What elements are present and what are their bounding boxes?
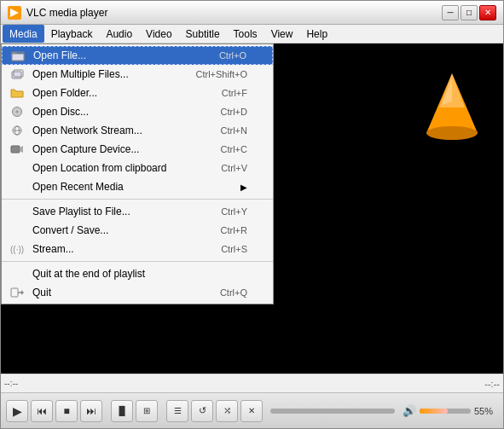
convert-label: Convert / Save... — [32, 224, 221, 236]
svg-marker-16 — [20, 146, 23, 153]
playlist-button[interactable]: ☰ — [166, 400, 188, 422]
menu-item-audio[interactable]: Audio — [99, 25, 139, 43]
save-playlist-shortcut: Ctrl+Y — [221, 206, 247, 217]
menu-stream[interactable]: ((·)) Stream... Ctrl+S — [2, 240, 273, 258]
menu-item-video[interactable]: Video — [139, 25, 178, 43]
open-multiple-icon — [9, 67, 26, 81]
menu-convert[interactable]: Convert / Save... Ctrl+R — [2, 221, 273, 240]
media-dropdown-menu: Open File... Ctrl+O Open Multiple Files.… — [1, 43, 274, 304]
chapters-button[interactable]: ⊞ — [136, 400, 158, 422]
volume-label: 55% — [474, 406, 498, 416]
convert-icon — [9, 223, 26, 237]
save-playlist-label: Save Playlist to File... — [32, 206, 221, 217]
volume-area: 🔊 55% — [403, 404, 498, 417]
open-file-shortcut: Ctrl+O — [219, 50, 246, 61]
menu-item-subtitle[interactable]: Subtitle — [179, 25, 227, 43]
volume-slider[interactable] — [420, 409, 471, 414]
prev-button[interactable]: ⏮ — [31, 400, 53, 422]
window-title: VLC media player — [26, 7, 442, 19]
open-location-shortcut: Ctrl+V — [221, 163, 247, 173]
main-content: Open File... Ctrl+O Open Multiple Files.… — [1, 43, 503, 374]
quit-label: Quit — [32, 287, 220, 299]
open-capture-icon — [9, 142, 26, 156]
open-network-shortcut: Ctrl+N — [221, 125, 247, 136]
open-location-label: Open Location from clipboard — [32, 162, 221, 174]
open-recent-icon — [9, 180, 26, 194]
maximize-button[interactable]: □ — [461, 5, 478, 20]
minimize-button[interactable]: ─ — [442, 5, 459, 20]
separator-2 — [2, 261, 273, 262]
frame-by-frame-button[interactable]: ▐▌ — [111, 400, 133, 422]
open-folder-shortcut: Ctrl+F — [222, 88, 247, 98]
svg-marker-0 — [10, 9, 19, 17]
menu-open-capture[interactable]: Open Capture Device... Ctrl+C — [2, 140, 273, 159]
stream-shortcut: Ctrl+S — [221, 244, 247, 254]
menu-item-media[interactable]: Media — [3, 25, 44, 43]
stop-button[interactable]: ■ — [55, 400, 78, 422]
svg-text:((·)): ((·)) — [10, 245, 24, 254]
status-bar: --:-- --:-- — [1, 374, 503, 392]
status-right: --:-- — [484, 379, 500, 389]
convert-shortcut: Ctrl+R — [221, 225, 247, 235]
open-network-icon — [9, 124, 26, 137]
volume-fill — [420, 409, 448, 414]
menu-open-multiple[interactable]: Open Multiple Files... Ctrl+Shift+O — [2, 65, 273, 84]
dropdown-overlay[interactable]: Open File... Ctrl+O Open Multiple Files.… — [1, 43, 503, 374]
stream-label: Stream... — [32, 243, 221, 255]
shuffle-button[interactable]: ⤮ — [216, 400, 238, 422]
open-multiple-shortcut: Ctrl+Shift+O — [195, 69, 247, 79]
progress-area — [270, 409, 395, 414]
quit-icon — [9, 286, 26, 299]
menu-open-disc[interactable]: Open Disc... Ctrl+D — [2, 102, 273, 121]
menu-open-file[interactable]: Open File... Ctrl+O — [2, 46, 273, 65]
open-network-label: Open Network Stream... — [32, 125, 221, 136]
controls-bar: ▶ ⏮ ■ ⏭ ▐▌ ⊞ ☰ ↺ ⤮ ✕ 🔊 55% — [1, 392, 503, 428]
open-folder-label: Open Folder... — [32, 87, 222, 99]
menu-quit[interactable]: Quit Ctrl+Q — [2, 283, 273, 302]
menu-item-playback[interactable]: Playback — [44, 25, 100, 43]
menu-open-folder[interactable]: Open Folder... Ctrl+F — [2, 84, 273, 102]
menu-bar: Media Playback Audio Video Subtitle Tool… — [1, 25, 503, 43]
title-bar: VLC media player ─ □ ✕ — [1, 1, 503, 25]
app-icon — [8, 6, 21, 20]
vlc-window: VLC media player ─ □ ✕ Media Playback Au… — [0, 0, 504, 429]
quit-end-label: Quit at the end of playlist — [32, 268, 247, 280]
open-capture-shortcut: Ctrl+C — [221, 144, 247, 154]
svg-rect-18 — [11, 288, 18, 297]
separator-1 — [2, 199, 273, 200]
stop-extended-button[interactable]: ✕ — [240, 400, 263, 422]
next-button[interactable]: ⏭ — [80, 400, 102, 422]
quit-end-icon — [9, 267, 26, 281]
svg-marker-20 — [21, 290, 24, 295]
status-left: --:-- — [4, 379, 18, 388]
menu-open-location[interactable]: Open Location from clipboard Ctrl+V — [2, 159, 273, 177]
svg-rect-15 — [11, 146, 20, 153]
open-disc-icon — [9, 105, 26, 119]
open-capture-label: Open Capture Device... — [32, 143, 221, 155]
svg-rect-7 — [12, 54, 24, 61]
volume-icon: 🔊 — [403, 404, 416, 417]
open-file-icon — [9, 49, 26, 62]
window-controls: ─ □ ✕ — [442, 5, 496, 20]
svg-point-11 — [16, 111, 19, 113]
menu-quit-end[interactable]: Quit at the end of playlist — [2, 264, 273, 283]
menu-item-view[interactable]: View — [264, 25, 300, 43]
open-recent-arrow: ▶ — [240, 183, 247, 192]
menu-open-network[interactable]: Open Network Stream... Ctrl+N — [2, 121, 273, 140]
close-button[interactable]: ✕ — [479, 5, 496, 20]
open-recent-label: Open Recent Media — [32, 181, 237, 193]
menu-item-help[interactable]: Help — [299, 25, 334, 43]
menu-item-tools[interactable]: Tools — [227, 25, 264, 43]
stream-icon: ((·)) — [9, 242, 26, 256]
open-location-icon — [9, 161, 26, 175]
progress-bar[interactable] — [270, 409, 395, 414]
open-file-label: Open File... — [33, 49, 219, 61]
play-button[interactable]: ▶ — [6, 400, 28, 422]
open-disc-label: Open Disc... — [32, 106, 221, 118]
loop-button[interactable]: ↺ — [191, 400, 213, 422]
menu-open-recent[interactable]: Open Recent Media ▶ — [2, 177, 273, 196]
quit-shortcut: Ctrl+Q — [220, 287, 247, 298]
open-multiple-label: Open Multiple Files... — [32, 68, 195, 80]
menu-save-playlist[interactable]: Save Playlist to File... Ctrl+Y — [2, 202, 273, 221]
open-disc-shortcut: Ctrl+D — [221, 107, 247, 117]
